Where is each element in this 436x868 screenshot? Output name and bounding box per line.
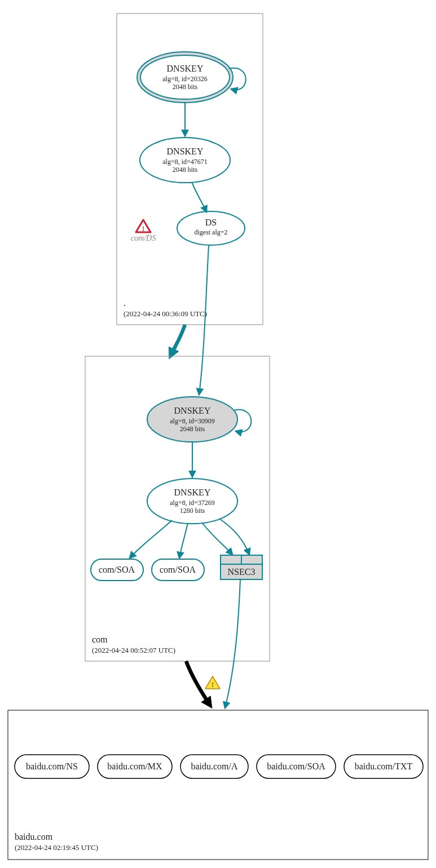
com-ksk-l3: 2048 bits <box>180 425 205 433</box>
zone-baidu-timestamp: (2022-04-24 02:19:45 UTC) <box>15 843 98 852</box>
edge-comzsk-soa1 <box>130 520 172 558</box>
baidu-soa-title: baidu.com/SOA <box>267 761 325 771</box>
root-zsk-l2: alg=8, id=47671 <box>162 158 208 166</box>
node-root-zsk[interactable]: DNSKEY alg=8, id=47671 2048 bits <box>140 138 230 183</box>
com-soa2-title: com/SOA <box>160 565 196 574</box>
error-icon: ! <box>142 224 144 233</box>
node-com-soa-2[interactable]: com/SOA <box>152 559 204 581</box>
root-zsk-title: DNSKEY <box>167 147 204 156</box>
root-ds-title: DS <box>205 218 217 227</box>
com-zsk-l2: alg=8, id=37269 <box>170 499 215 507</box>
com-soa1-title: com/SOA <box>99 565 135 574</box>
com-zsk-l3: 1280 bits <box>180 507 205 515</box>
baidu-ns-title: baidu.com/NS <box>26 761 78 771</box>
error-com-ds[interactable]: ! com/DS <box>131 220 156 242</box>
zone-baidu: baidu.com (2022-04-24 02:19:45 UTC) <box>8 710 428 860</box>
root-ds-l2: digest alg=2 <box>194 228 227 236</box>
nsec3-title: NSEC3 <box>228 567 256 577</box>
node-baidu-ns[interactable]: baidu.com/NS <box>15 755 89 778</box>
baidu-mx-title: baidu.com/MX <box>107 761 162 771</box>
node-com-ksk[interactable]: DNSKEY alg=8, id=30909 2048 bits <box>147 397 237 442</box>
node-baidu-mx[interactable]: baidu.com/MX <box>98 755 172 778</box>
edge-nsec3-baidu <box>225 579 240 708</box>
edge-ds-comksk <box>199 246 209 395</box>
baidu-a-title: baidu.com/A <box>191 761 238 771</box>
node-root-ds[interactable]: DS digest alg=2 <box>177 211 245 245</box>
baidu-txt-title: baidu.com/TXT <box>355 761 413 771</box>
edge-rootzsk-ds <box>192 182 206 212</box>
root-zsk-l3: 2048 bits <box>173 166 198 174</box>
node-baidu-txt[interactable]: baidu.com/TXT <box>344 755 423 778</box>
dnsviz-graph: . (2022-04-24 00:36:09 UTC) DNSKEY alg=8… <box>0 0 436 868</box>
zone-com-label: com <box>92 635 108 644</box>
root-ksk-l3: 2048 bits <box>173 83 198 91</box>
zone-baidu-label: baidu.com <box>15 832 53 842</box>
error-label: com/DS <box>131 234 156 242</box>
root-ksk-title: DNSKEY <box>167 64 204 73</box>
node-baidu-a[interactable]: baidu.com/A <box>180 755 248 778</box>
node-com-zsk[interactable]: DNSKEY alg=8, id=37269 1280 bits <box>147 479 237 524</box>
node-com-soa-1[interactable]: com/SOA <box>91 559 143 581</box>
warning-delegation[interactable]: ! <box>205 676 220 689</box>
edge-root-to-com <box>170 325 185 356</box>
node-nsec3[interactable]: NSEC3 <box>221 555 262 579</box>
svg-rect-13 <box>8 710 428 860</box>
edge-comzsk-nsec3-b <box>220 519 249 555</box>
node-baidu-soa[interactable]: baidu.com/SOA <box>257 755 336 778</box>
edge-comzsk-soa2 <box>179 523 188 558</box>
com-zsk-title: DNSKEY <box>174 488 211 497</box>
zone-root-label: . <box>124 298 126 308</box>
edge-com-to-baidu <box>186 661 210 706</box>
warning-icon: ! <box>212 681 214 689</box>
com-ksk-l2: alg=8, id=30909 <box>170 417 215 425</box>
com-ksk-title: DNSKEY <box>174 406 211 415</box>
zone-com-timestamp: (2022-04-24 00:52:07 UTC) <box>92 646 175 654</box>
zone-root-timestamp: (2022-04-24 00:36:09 UTC) <box>124 309 207 318</box>
root-ksk-l2: alg=8, id=20326 <box>162 75 208 83</box>
edge-comzsk-nsec3-a <box>202 522 232 555</box>
node-root-ksk[interactable]: DNSKEY alg=8, id=20326 2048 bits <box>137 52 233 103</box>
